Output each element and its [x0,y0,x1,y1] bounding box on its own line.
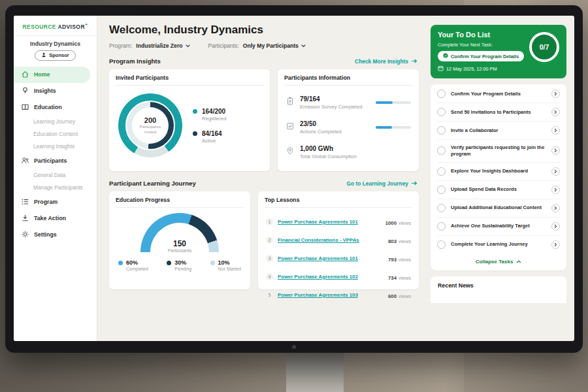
sidebar-item-participants[interactable]: Participants [14,153,97,169]
chevron-right-icon[interactable] [551,90,560,98]
sidebar-item-manage-participants[interactable]: Manage Participants [14,182,97,194]
legend-item-active: 84/164 Active [193,130,227,144]
task-row[interactable]: Send 50 Invitations to Participants [437,103,560,122]
section-title: Participant Learning Journey [109,180,196,187]
todo-progress-value: 0/7 [540,43,549,51]
chevron-right-icon[interactable] [551,146,560,155]
legend-value: 10% [218,259,241,266]
recent-news-title: Recent News [438,282,474,289]
program-filter-dropdown[interactable]: Industrialize Zero [136,42,189,49]
sidebar-item-insights[interactable]: Insights [14,83,97,99]
task-label: Explore Your Insights Dashboard [451,168,546,174]
donut-center-value: 200 [144,116,156,124]
todo-progress-ring: 0/7 [529,32,559,62]
chevron-right-icon[interactable] [551,108,560,116]
lesson-link[interactable]: Power Purchase Agreements 101 [278,255,384,261]
participants-filter-value: Only My Participants [243,42,299,49]
sidebar-item-label: Manage Participants [33,184,83,191]
views-suffix: views [399,220,411,226]
sponsor-label: Sponsor [49,52,69,58]
task-checkbox[interactable] [437,222,446,231]
sidebar-item-program[interactable]: Program [14,194,97,210]
lesson-rank: 5 [266,291,273,299]
lesson-link[interactable]: Power Purchase Agreements 102 [278,274,384,280]
task-label: Upload Spend Data Records [451,186,546,193]
chevron-right-icon[interactable] [551,204,560,212]
chevron-right-icon[interactable] [551,186,560,194]
legend-value: 60% [126,259,148,266]
card-title: Top Lessons [265,197,412,208]
sidebar-item-learning-journey[interactable]: Learning Journey [14,116,97,128]
task-checkbox[interactable] [437,204,446,212]
gauge-center-value: 150 [140,239,219,248]
task-checkbox[interactable] [437,90,446,98]
chevron-right-icon[interactable] [551,240,560,249]
sidebar-item-education-content[interactable]: Education Content [14,128,97,140]
collapse-label: Collapse Tasks [476,259,514,265]
task-row[interactable]: Complete Your Learning Journey [437,236,560,253]
sponsor-badge[interactable]: Sponsor [35,50,75,61]
views-suffix: views [399,275,411,281]
sidebar-item-education[interactable]: Education [14,99,97,116]
stat-label: Total Global Consumption [300,154,357,159]
task-row[interactable]: Explore Your Insights Dashboard [437,163,560,181]
collapse-tasks-button[interactable]: Collapse Tasks [437,253,560,270]
task-row[interactable]: Upload Spend Data Records [437,181,560,199]
sidebar-item-take-action[interactable]: Take Action [14,210,97,227]
scene: RESOURCE ADVISOR+ Industry Dynamics Spon… [0,0,588,392]
lesson-link[interactable]: Power Purchase Agreements 103 [278,292,384,298]
participants-information-card: Participants Information 79/164 Emission… [278,69,419,171]
task-row[interactable]: Achieve One Sustainability Target [437,218,560,236]
card-title: Participants Information [284,74,412,86]
sidebar-item-general-data[interactable]: General Data [14,169,97,182]
legend-label: Not Started [218,267,241,271]
stat-label: Actions Completed [300,129,370,135]
task-row[interactable]: Upload Additional Educational Content [437,199,560,218]
chevron-right-icon[interactable] [551,167,560,176]
task-checkbox[interactable] [437,167,446,176]
stat-value: 23/50 [300,120,370,127]
legend-dot [118,261,123,265]
check-more-insights-link[interactable]: Check More Insights [355,58,417,65]
due-date-label: 12 May 2025, 12:00 PM [446,66,497,72]
task-checkbox[interactable] [437,186,446,194]
sidebar-item-home[interactable]: Home [14,67,90,83]
next-task-pill[interactable]: Confirm Your Program Details [438,51,524,61]
participants-filter-dropdown[interactable]: Only My Participants [243,42,306,49]
lesson-views: 803 [388,238,397,244]
lesson-link[interactable]: Power Purchase Agreements 101 [278,219,381,225]
sidebar-item-label: Participants [34,157,67,164]
chevron-right-icon[interactable] [551,222,560,231]
sidebar-item-learning-insights[interactable]: Learning Insights [14,140,97,153]
task-row[interactable]: Verify participants requesting to join t… [437,140,560,163]
task-checkbox[interactable] [437,146,446,155]
org-name: Industry Dynamics [14,41,97,47]
chevron-right-icon[interactable] [551,126,560,135]
monitor-stand [286,350,344,392]
donut-center-label: Participants Invited [137,124,164,135]
people-icon [21,156,29,166]
lesson-link[interactable]: Financial Considerations - VPPAs [278,237,384,243]
logo-advisor: ADVISOR [57,24,85,30]
task-checkbox[interactable] [437,108,446,116]
sidebar-item-label: Home [34,71,50,78]
chevron-down-icon [186,42,190,49]
monitor-bezel: RESOURCE ADVISOR+ Industry Dynamics Spon… [5,5,583,353]
task-checkbox[interactable] [437,240,446,249]
logo-plus: + [85,22,88,27]
program-filter-value: Industrialize Zero [136,42,182,49]
program-insights-header: Program Insights Check More Insights [109,57,417,65]
views-suffix: views [399,257,411,263]
task-row[interactable]: Confirm Your Program Details [437,85,560,103]
legend-dot [193,131,197,136]
invited-participants-card: Invited Participants 200 Participants In… [109,69,270,171]
go-to-learning-journey-link[interactable]: Go to Learning Journey [347,180,417,187]
sidebar-item-label: Education [34,104,62,110]
task-row[interactable]: Invite a Collaborator [437,122,560,140]
sidebar-item-label: Settings [34,231,57,238]
lesson-row: 2 Financial Considerations - VPPAs 803vi… [265,231,412,249]
sidebar-item-label: Learning Insights [33,143,74,150]
chevron-up-icon [516,259,521,265]
task-checkbox[interactable] [437,126,446,135]
sidebar-item-settings[interactable]: Settings [14,227,97,243]
